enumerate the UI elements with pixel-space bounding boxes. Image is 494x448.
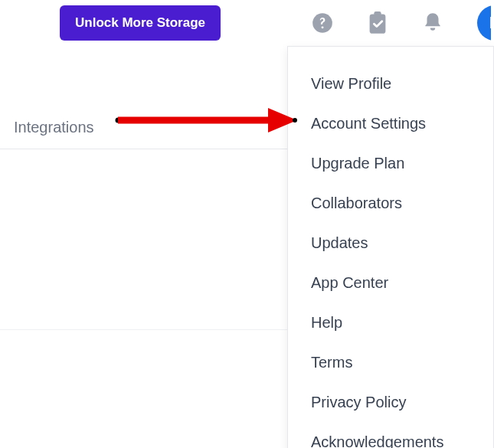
menu-item-collaborators[interactable]: Collaborators [288,183,493,223]
top-icons: E [312,0,494,46]
menu-item-terms[interactable]: Terms [288,342,493,382]
divider [0,329,291,330]
topbar: Unlock More Storage E [0,0,494,46]
account-menu: View Profile Account Settings Upgrade Pl… [287,46,494,448]
bell-icon[interactable] [422,12,443,34]
svg-rect-2 [370,14,386,33]
svg-point-1 [322,26,324,28]
tab-integrations[interactable]: Integrations [14,119,94,136]
menu-item-updates[interactable]: Updates [288,223,493,263]
menu-item-app-center[interactable]: App Center [288,263,493,302]
menu-item-upgrade-plan[interactable]: Upgrade Plan [288,143,493,183]
tab-section: Integrations [0,119,291,149]
avatar-circle: E [477,5,491,41]
menu-item-help[interactable]: Help [288,302,493,342]
avatar-initial: E [489,13,491,33]
menu-item-privacy-policy[interactable]: Privacy Policy [288,382,493,422]
menu-item-view-profile[interactable]: View Profile [288,64,493,103]
avatar[interactable]: E [477,5,491,41]
help-icon[interactable] [312,12,333,34]
unlock-more-storage-button[interactable]: Unlock More Storage [60,5,221,41]
menu-item-account-settings[interactable]: Account Settings [288,103,493,143]
clipboard-check-icon[interactable] [367,12,388,34]
svg-rect-3 [374,11,381,16]
menu-item-acknowledgements[interactable]: Acknowledgements [288,422,493,448]
